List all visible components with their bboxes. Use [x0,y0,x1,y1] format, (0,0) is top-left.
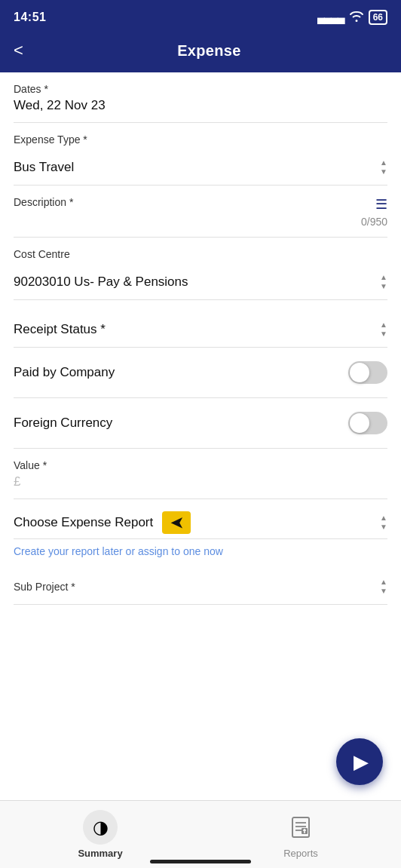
paid-by-company-row: Paid by Company [14,348,387,398]
nav-summary[interactable]: ◑ Summary [0,807,200,859]
expense-type-value: Bus Travel [14,160,74,175]
description-header: Description * ☰ [14,196,387,213]
status-time: 14:51 [14,11,46,24]
expense-report-hint: Create your report later or assign to on… [14,539,387,568]
expense-report-chevron: ▲ ▼ [380,514,387,531]
receipt-status-row[interactable]: Receipt Status * ▲ ▼ [14,311,387,347]
arrow-left-icon: ➤ [162,511,191,534]
description-label: Description * [14,196,73,208]
cost-centre-label: Cost Centre [14,248,387,260]
sub-project-row[interactable]: Sub Project * ▲ ▼ [14,578,387,604]
nav-reports[interactable]: Reports [200,807,401,859]
page-title: Expense [31,42,387,60]
summary-label: Summary [78,848,122,859]
summary-icon: ◑ [83,810,118,845]
value-input[interactable]: £ [14,474,387,498]
dates-label: Dates * [14,83,387,95]
back-button[interactable]: < [14,41,31,60]
header: < Expense [0,33,401,72]
sub-project-field[interactable]: Sub Project * ▲ ▼ [14,568,387,605]
cost-centre-field[interactable]: Cost Centre 90203010 Us- Pay & Pensions … [14,238,387,300]
receipt-status-field[interactable]: Receipt Status * ▲ ▼ [14,300,387,348]
receipt-status-label: Receipt Status * [14,322,106,337]
expense-type-label: Expense Type * [14,133,387,146]
paid-by-company-label: Paid by Company [14,365,115,380]
bottom-nav: ◑ Summary Reports [0,800,401,868]
foreign-currency-knob [350,413,369,433]
expense-type-chevron: ▲ ▼ [380,159,387,176]
home-indicator [150,860,251,863]
cost-centre-value: 90203010 Us- Pay & Pensions [14,275,188,290]
expense-report-field[interactable]: Choose Expense Report ➤ ▲ ▼ Create your … [14,499,387,568]
reports-icon [289,810,312,845]
expense-type-row[interactable]: Bus Travel ▲ ▼ [14,149,387,185]
sub-project-label: Sub Project * [14,581,75,593]
status-icons: ▄▄▄▄ 66 [317,10,387,25]
expense-report-label: Choose Expense Report [14,515,153,530]
expense-report-row[interactable]: Choose Expense Report ➤ ▲ ▼ [14,511,387,539]
expense-type-field[interactable]: Expense Type * Bus Travel ▲ ▼ [14,123,387,186]
cost-centre-row[interactable]: 90203010 Us- Pay & Pensions ▲ ▼ [14,263,387,299]
foreign-currency-row: Foreign Currency [14,398,387,449]
expense-report-label-wrap: Choose Expense Report ➤ [14,511,191,534]
reports-label: Reports [283,848,318,859]
paid-by-company-knob [350,363,369,382]
dates-value: Wed, 22 Nov 23 [14,98,387,122]
text-format-icon[interactable]: ☰ [375,196,387,213]
submit-fab[interactable]: ▶ [336,738,383,785]
status-bar: 14:51 ▄▄▄▄ 66 [0,0,401,33]
submit-icon: ▶ [354,750,369,774]
signal-icon: ▄▄▄▄ [317,11,344,23]
paid-by-company-toggle[interactable] [348,361,387,384]
value-label: Value * [14,459,387,471]
value-field[interactable]: Value * £ [14,449,387,499]
receipt-status-chevron: ▲ ▼ [380,321,387,338]
foreign-currency-label: Foreign Currency [14,416,112,431]
dates-field: Dates * Wed, 22 Nov 23 [14,72,387,123]
description-field[interactable]: Description * ☰ 0/950 [14,186,387,238]
svg-rect-0 [292,817,309,837]
cost-centre-chevron: ▲ ▼ [380,274,387,290]
content: Dates * Wed, 22 Nov 23 Expense Type * Bu… [0,72,401,605]
sub-project-chevron: ▲ ▼ [380,578,387,595]
battery-icon: 66 [369,10,387,25]
wifi-icon [349,11,364,24]
foreign-currency-toggle[interactable] [348,412,387,434]
description-count: 0/950 [14,216,387,237]
